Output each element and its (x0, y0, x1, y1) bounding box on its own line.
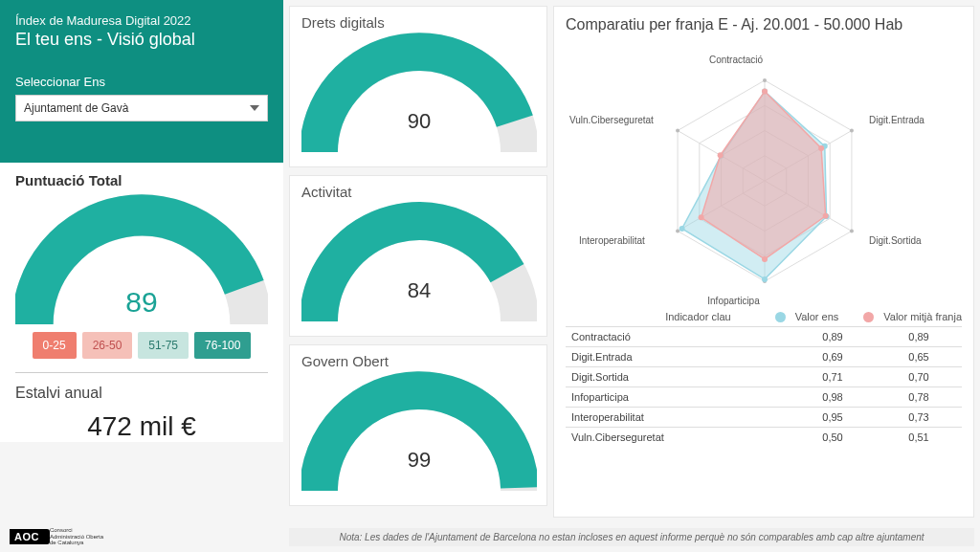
svg-point-15 (762, 276, 768, 282)
gauge-card: Govern Obert 99 (289, 344, 547, 506)
header-title: El teu ens - Visió global (15, 30, 268, 50)
svg-point-16 (679, 226, 685, 232)
svg-point-20 (823, 213, 829, 219)
gauge-chart: 90 (301, 33, 537, 163)
table-row: Digit.Entrada0,690,65 (566, 347, 962, 367)
radar-axis-label: Digit.Entrada (869, 115, 924, 125)
gauge-card: Drets digitals 90 (289, 6, 547, 167)
legend-chip: 51-75 (138, 332, 189, 359)
table-row: Digit.Sortida0,710,70 (566, 367, 962, 387)
divider (15, 372, 268, 373)
table-row: Interoperabilitat0,950,73 (566, 408, 962, 428)
gauge-chart: 84 (301, 202, 537, 332)
legend-series-franja: Valor mitjà franja (883, 311, 962, 322)
legend-series-ens: Valor ens (795, 311, 839, 322)
svg-point-18 (762, 89, 768, 95)
svg-point-19 (818, 145, 824, 151)
svg-point-9 (676, 230, 679, 233)
svg-point-3 (850, 129, 854, 133)
svg-point-21 (762, 256, 768, 262)
legend-chip: 26-50 (82, 332, 133, 359)
radar-axis-label: Digit.Sortida (869, 235, 921, 246)
gauge-value: 84 (301, 278, 537, 303)
gauge-card: Activitat 84 (289, 175, 547, 337)
indicator-table: Contractació0,890,89Digit.Entrada0,690,6… (566, 326, 962, 447)
select-ens-value: Ajuntament de Gavà (24, 101, 128, 115)
logo: AOC ConsorciAdministració Obertade Catal… (10, 527, 103, 546)
total-score-gauge: 89 (15, 192, 268, 336)
total-score-value: 89 (15, 286, 268, 319)
gauge-title: Govern Obert (301, 353, 535, 369)
select-ens-dropdown[interactable]: Ajuntament de Gavà (15, 95, 268, 121)
table-row: Vuln.Ciberseguretat0,500,51 (566, 428, 962, 448)
legend-dot-franja (863, 312, 874, 322)
radar-title: Comparatiu per franja E - Aj. 20.001 - 5… (566, 16, 962, 33)
header-subtitle: Índex de Maduresa Digital 2022 (15, 13, 268, 28)
svg-point-1 (763, 78, 767, 82)
footnote: Nota: Les dades de l'Ajuntament de Barce… (289, 528, 974, 546)
score-legend: 0-2526-5051-7576-100 (15, 332, 268, 359)
radar-axis-label: Interoperabilitat (579, 235, 645, 246)
gauge-value: 90 (301, 109, 537, 134)
svg-point-5 (850, 230, 854, 233)
savings-label: Estalvi anual (15, 385, 268, 402)
legend-chip: 76-100 (194, 332, 251, 359)
gauge-title: Activitat (301, 184, 535, 200)
logo-mark: AOC (10, 529, 44, 544)
total-score-title: Puntuació Total (15, 172, 268, 188)
header-panel: Índex de Maduresa Digital 2022 El teu en… (0, 0, 283, 163)
select-label: Seleccionar Ens (15, 75, 268, 89)
svg-point-22 (699, 214, 704, 220)
radar-chart: ContractacióDigit.EntradaDigit.SortidaIn… (566, 37, 964, 305)
gauge-title: Drets digitals (301, 14, 535, 31)
table-row: Contractació0,890,89 (566, 327, 962, 347)
legend-header: Indicador clau (665, 311, 731, 322)
table-legend: Indicador clau Valor ens Valor mitjà fra… (566, 311, 962, 322)
chevron-down-icon (250, 105, 259, 111)
legend-chip: 0-25 (33, 332, 77, 359)
savings-value: 472 mil € (15, 411, 268, 442)
logo-text: ConsorciAdministració Obertade Catalunya (50, 527, 103, 546)
table-row: Infoparticipa0,980,78 (566, 387, 962, 408)
gauge-chart: 99 (301, 371, 537, 501)
legend-dot-ens (775, 312, 786, 322)
gauge-value: 99 (301, 448, 537, 473)
svg-point-23 (718, 152, 724, 158)
radar-axis-label: Contractació (709, 55, 763, 65)
radar-axis-label: Vuln.Ciberseguretat (569, 115, 654, 125)
svg-point-11 (676, 129, 679, 133)
radar-axis-label: Infoparticipa (707, 296, 759, 306)
